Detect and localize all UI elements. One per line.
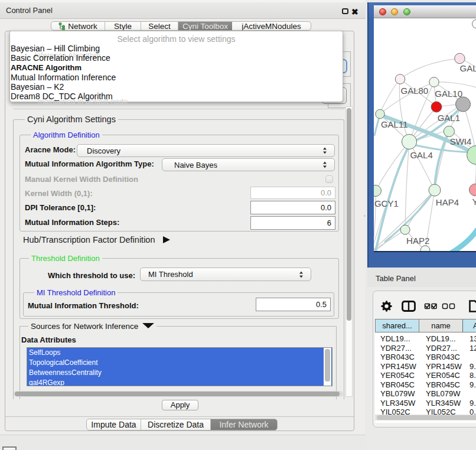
svg-text:GAL11: GAL11 — [381, 119, 408, 129]
svg-text:GAL1: GAL1 — [438, 113, 460, 123]
svg-text:HAP2: HAP2 — [406, 236, 429, 246]
svg-text:GAL80: GAL80 — [401, 86, 429, 96]
svg-text:GAL7: GAL7 — [460, 63, 476, 73]
svg-text:HAP4: HAP4 — [436, 197, 459, 207]
svg-text:Y: Y — [472, 197, 476, 207]
svg-text:GAL10: GAL10 — [435, 89, 462, 99]
svg-text:SWI4: SWI4 — [450, 136, 472, 146]
svg-text:GAL4: GAL4 — [410, 150, 432, 160]
svg-text:GCY1: GCY1 — [374, 198, 399, 208]
